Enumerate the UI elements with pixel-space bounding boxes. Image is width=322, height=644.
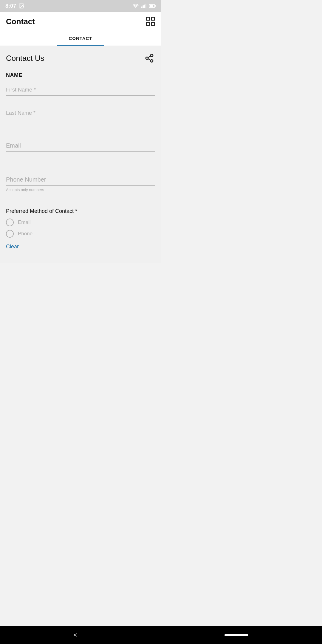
app-bar: Contact bbox=[0, 12, 161, 31]
phone-section: Accepts only numbers bbox=[6, 172, 155, 192]
contact-us-title: Contact Us bbox=[6, 54, 44, 63]
email-section bbox=[6, 138, 155, 152]
share-icon bbox=[145, 53, 154, 63]
grid-cell bbox=[151, 22, 155, 26]
grid-view-button[interactable] bbox=[146, 17, 155, 26]
name-section-label: NAME bbox=[6, 72, 155, 78]
clear-button[interactable]: Clear bbox=[6, 242, 19, 251]
first-name-wrapper bbox=[6, 83, 155, 96]
svg-rect-5 bbox=[145, 4, 147, 8]
first-name-input[interactable] bbox=[6, 83, 155, 96]
wifi-icon bbox=[132, 4, 139, 8]
radio-group: Email Phone bbox=[6, 219, 155, 238]
section-spacer-1 bbox=[6, 121, 155, 133]
pref-method-section: Preferred Method of Contact * Email Phon… bbox=[6, 208, 155, 251]
svg-line-13 bbox=[148, 56, 151, 58]
radio-phone[interactable]: Phone bbox=[6, 230, 155, 238]
signal-icon bbox=[141, 4, 147, 8]
phone-hint: Accepts only numbers bbox=[6, 188, 155, 192]
clock: 8:07 bbox=[5, 3, 16, 9]
svg-rect-8 bbox=[155, 5, 156, 7]
grid-cell bbox=[146, 22, 150, 26]
content-area: Contact Us NAME bbox=[0, 46, 161, 263]
share-button[interactable] bbox=[144, 52, 155, 64]
svg-line-12 bbox=[148, 59, 151, 60]
radio-email-circle bbox=[6, 219, 14, 226]
contact-us-row: Contact Us bbox=[6, 46, 155, 67]
grid-cell bbox=[151, 17, 155, 21]
last-name-input[interactable] bbox=[6, 106, 155, 119]
radio-phone-label: Phone bbox=[18, 231, 32, 237]
pref-method-label: Preferred Method of Contact * bbox=[6, 208, 155, 214]
section-spacer-2 bbox=[6, 154, 155, 167]
app-title: Contact bbox=[6, 17, 35, 26]
radio-email[interactable]: Email bbox=[6, 219, 155, 226]
tab-contact-label: CONTACT bbox=[69, 36, 92, 41]
tab-contact[interactable]: CONTACT bbox=[57, 31, 104, 46]
svg-rect-4 bbox=[144, 5, 145, 8]
status-time: 8:07 bbox=[5, 3, 24, 9]
status-icons bbox=[132, 4, 156, 8]
phone-wrapper bbox=[6, 172, 155, 186]
grid-cell bbox=[146, 17, 150, 21]
email-wrapper bbox=[6, 138, 155, 152]
battery-icon bbox=[149, 4, 156, 8]
section-spacer-3 bbox=[6, 192, 155, 203]
svg-point-1 bbox=[20, 5, 21, 5]
first-name-field-group bbox=[6, 83, 155, 96]
divider bbox=[6, 97, 155, 106]
email-input[interactable] bbox=[6, 138, 155, 152]
phone-input[interactable] bbox=[6, 172, 155, 186]
radio-phone-circle bbox=[6, 230, 14, 238]
svg-rect-3 bbox=[143, 5, 144, 8]
last-name-wrapper bbox=[6, 106, 155, 119]
last-name-field-group bbox=[6, 106, 155, 119]
svg-rect-7 bbox=[150, 5, 153, 7]
tab-bar: CONTACT bbox=[0, 31, 161, 46]
svg-rect-2 bbox=[141, 7, 143, 8]
name-section: NAME bbox=[6, 72, 155, 119]
radio-email-label: Email bbox=[18, 219, 31, 225]
status-bar: 8:07 bbox=[0, 0, 161, 12]
image-icon bbox=[18, 3, 24, 9]
